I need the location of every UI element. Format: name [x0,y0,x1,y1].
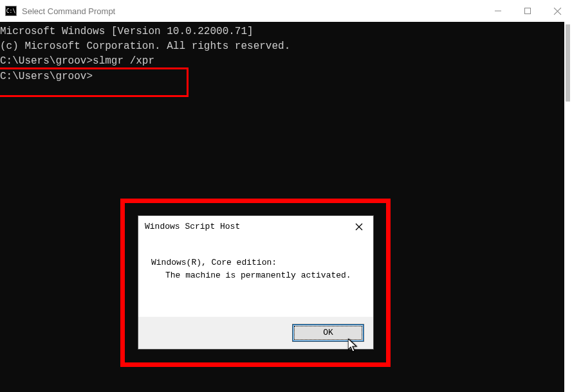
terminal-scrollbar[interactable] [564,22,572,392]
ok-button[interactable]: OK [292,324,364,342]
maximize-button[interactable] [513,0,542,22]
ok-button-label: OK [323,327,333,339]
dialog-titlebar: Windows Script Host [138,216,373,238]
dialog-close-button[interactable] [345,216,373,238]
dialog-footer: OK [138,317,373,349]
cmd-icon: C:\ [5,6,17,16]
close-button[interactable] [542,0,572,22]
terminal-wrapper: Microsoft Windows [Version 10.0.22000.71… [0,22,572,392]
window-title: Select Command Prompt [22,6,483,16]
minimize-button[interactable] [483,0,513,22]
terminal-command-line: C:\Users\groov>slmgr /xpr [0,54,564,69]
script-host-dialog: Windows Script Host Windows(R), Core edi… [138,215,374,350]
titlebar-controls [483,0,572,22]
scrollbar-thumb[interactable] [566,24,570,102]
dialog-body: Windows(R), Core edition: The machine is… [138,238,373,317]
terminal-prompt: C:\Users\groov> [0,69,564,84]
dialog-message-line: Windows(R), Core edition: [151,257,364,269]
dialog-message-line: The machine is permanently activated. [151,270,364,282]
svg-rect-1 [525,8,531,14]
terminal[interactable]: Microsoft Windows [Version 10.0.22000.71… [0,22,564,392]
window-titlebar: C:\ Select Command Prompt [0,0,572,22]
cmd-icon-label: C:\ [6,8,15,14]
terminal-line: Microsoft Windows [Version 10.0.22000.71… [0,24,564,39]
prompt-prefix: C:\Users\groov> [0,55,93,67]
terminal-line: (c) Microsoft Corporation. All rights re… [0,39,564,54]
dialog-title: Windows Script Host [145,221,345,233]
prompt-command: slmgr /xpr [93,55,154,67]
